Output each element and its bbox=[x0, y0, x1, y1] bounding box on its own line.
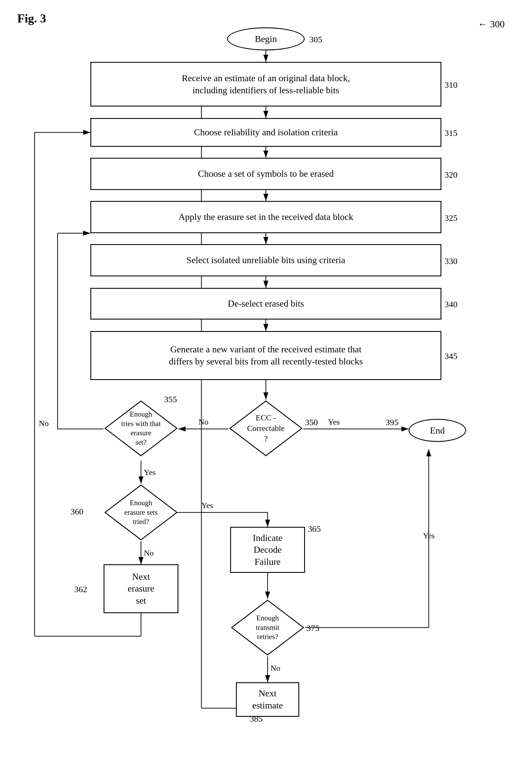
ecc-yes-label: Yes bbox=[328, 417, 340, 426]
erasure-no-label: No bbox=[144, 548, 154, 557]
ref-350: 350 bbox=[305, 417, 318, 427]
node-345: Generate a new variant of the received e… bbox=[90, 331, 441, 380]
node-325: Apply the erasure set in the received da… bbox=[90, 201, 441, 233]
node-340: De-select erased bits bbox=[90, 288, 441, 319]
ref-315: 315 bbox=[445, 128, 458, 138]
ref-330: 330 bbox=[445, 256, 458, 266]
transmit-yes-label: Yes bbox=[423, 531, 435, 540]
ref-375: 375 bbox=[307, 623, 319, 633]
node-385: Next estimate bbox=[236, 682, 299, 717]
end-node: End bbox=[409, 419, 466, 442]
node-375: Enoughtransmitretries? bbox=[230, 599, 305, 656]
ref-340: 340 bbox=[445, 299, 458, 309]
ref-320: 320 bbox=[445, 170, 458, 180]
node-350: ECC -Correctable? bbox=[228, 400, 303, 457]
begin-ref: 305 bbox=[309, 35, 322, 44]
fig-number-label: ← 300 bbox=[478, 19, 505, 29]
ref-355: 355 bbox=[164, 395, 177, 404]
begin-node: Begin bbox=[227, 27, 305, 50]
node-360: Enougherasure setstried? bbox=[104, 484, 178, 541]
node-315: Choose reliability and isolation criteri… bbox=[90, 118, 441, 147]
ref-325: 325 bbox=[445, 213, 458, 223]
node-362: Next erasure set bbox=[104, 564, 178, 613]
tries-yes-label: Yes bbox=[144, 468, 156, 477]
figure-label: Fig. 3 bbox=[17, 11, 46, 25]
node-330: Select isolated unreliable bits using cr… bbox=[90, 244, 441, 276]
ref-360: 360 bbox=[70, 507, 83, 517]
node-355: Enoughtries with thaterasureset? bbox=[104, 400, 178, 457]
ref-395: 395 bbox=[386, 417, 398, 427]
ref-365: 365 bbox=[308, 524, 321, 534]
page: Fig. 3 ← 300 Yes No Y bbox=[0, 0, 532, 779]
node-310: Receive an estimate of an original data … bbox=[90, 62, 441, 107]
tries-no-label: No bbox=[39, 419, 49, 428]
ecc-no-label: No bbox=[199, 417, 208, 426]
ref-385: 385 bbox=[250, 714, 263, 724]
ref-345: 345 bbox=[445, 351, 458, 361]
ref-362: 362 bbox=[74, 584, 87, 594]
node-320: Choose a set of symbols to be erased bbox=[90, 158, 441, 190]
ref-310: 310 bbox=[445, 80, 458, 90]
transmit-no-label: No bbox=[270, 664, 280, 672]
node-365: Indicate Decode Failure bbox=[230, 527, 305, 573]
flowchart-arrows: Yes No Yes No Yes No Yes No bbox=[0, 0, 532, 779]
erasure-yes-label: Yes bbox=[201, 501, 213, 510]
